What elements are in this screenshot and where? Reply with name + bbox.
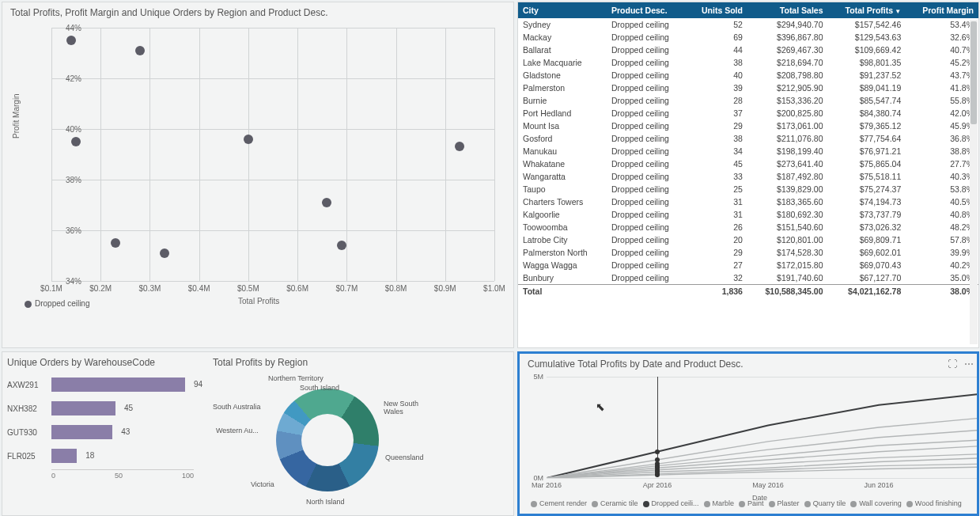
scrollbar[interactable] <box>970 20 978 344</box>
scatter-point[interactable] <box>337 241 346 250</box>
bar-value: 94 <box>194 378 202 392</box>
scatter-ylabel: Profit Margin <box>12 93 21 138</box>
line-legend-item[interactable]: Marble <box>704 499 735 507</box>
table-row[interactable]: GladstoneDropped ceiling40$208,798.80$91… <box>518 69 978 82</box>
bar-value: 18 <box>85 449 94 463</box>
line-title: Cumulative Total Profits by Date and Pro… <box>523 357 748 371</box>
x-tick: $0.3M <box>130 284 169 293</box>
scatter-title: Total Profits, Profit Margin and Unique … <box>2 2 513 20</box>
line-legend-item[interactable]: Wall covering <box>850 499 902 507</box>
table-row[interactable]: BurnieDropped ceiling28$153,336.20$85,54… <box>518 94 978 107</box>
table-row[interactable]: WangarattaDropped ceiling33$187,492.80$7… <box>518 170 978 183</box>
donut-label[interactable]: Western Au... <box>216 427 259 434</box>
y-tick: 38% <box>50 176 81 184</box>
bar[interactable]: 18 <box>51 449 77 463</box>
line-xtick: Mar 2016 <box>532 481 562 489</box>
x-tick: $0.8M <box>376 284 416 293</box>
scatter-point[interactable] <box>244 135 253 144</box>
bar-chart[interactable]: AXW29194NXH38245GUT93043FLR02518050100 <box>7 374 205 480</box>
table-row[interactable]: Latrobe CityDropped ceiling20$120,801.00… <box>518 233 978 246</box>
table-row[interactable]: Mount IsaDropped ceiling29$173,061.00$79… <box>518 120 978 132</box>
bar[interactable]: 43 <box>51 425 112 439</box>
bar-row[interactable]: AXW29194 <box>7 374 205 395</box>
donut-label[interactable]: South Island <box>300 384 339 392</box>
table-row[interactable]: ManukauDropped ceiling34$198,199.40$76,9… <box>518 145 978 157</box>
line-xlabel: Date <box>752 494 767 502</box>
bar-label: NXH382 <box>7 404 51 413</box>
bar-value: 45 <box>124 401 133 415</box>
scatter-legend[interactable]: Dropped ceiling <box>25 299 90 308</box>
scatter-point[interactable] <box>111 238 120 248</box>
table-row[interactable]: ToowoombaDropped ceiling26$151,540.60$73… <box>518 221 978 233</box>
line-toolbar: ⛶ ⋯ <box>943 359 974 370</box>
line-xtick: Apr 2016 <box>643 481 672 489</box>
table-header-row: CityProduct Desc.Units SoldTotal SalesTo… <box>518 2 978 18</box>
scatter-point[interactable] <box>66 36 76 45</box>
scatter-xlabel: Total Profits <box>238 297 279 305</box>
table-row[interactable]: SydneyDropped ceiling52$294,940.70$157,5… <box>518 18 978 31</box>
col-header[interactable]: Product Desc. <box>607 2 687 18</box>
x-tick: $0.4M <box>180 284 219 293</box>
x-tick: $0.1M <box>32 284 71 293</box>
table-row[interactable]: Port HedlandDropped ceiling37$200,825.80… <box>518 107 978 120</box>
table-row[interactable]: Wagga WaggaDropped ceiling27$172,015.80$… <box>518 259 978 271</box>
x-tick: $0.7M <box>327 284 366 293</box>
table-row[interactable]: KalgoorlieDropped ceiling31$180,692.30$7… <box>518 208 978 221</box>
scatter-point[interactable] <box>455 142 464 151</box>
line-legend-item[interactable]: Dropped ceili... <box>643 499 699 507</box>
table-row[interactable]: PalmerstonDropped ceiling39$212,905.90$8… <box>518 82 978 94</box>
col-header[interactable]: Total Profits <box>828 2 906 18</box>
data-table-card: CityProduct Desc.Units SoldTotal SalesTo… <box>517 2 979 348</box>
donut-label[interactable]: New South Wales <box>384 400 434 415</box>
scatter-point[interactable] <box>71 137 81 146</box>
line-legend-item[interactable]: Plaster <box>769 499 800 507</box>
col-header[interactable]: City <box>518 2 607 18</box>
line-legend-item[interactable]: Cement render <box>531 499 587 507</box>
bar-row[interactable]: GUT93043 <box>7 422 205 442</box>
scatter-point[interactable] <box>160 249 169 258</box>
table-row[interactable]: GosfordDropped ceiling38$211,076.80$77,7… <box>518 132 978 145</box>
table-row[interactable]: BunburyDropped ceiling32$191,740.60$67,1… <box>518 271 978 285</box>
donut-label[interactable]: Northern Territory <box>268 374 324 382</box>
more-options-icon[interactable]: ⋯ <box>964 359 974 370</box>
scatter-point[interactable] <box>322 198 331 207</box>
bar-label: AXW291 <box>7 381 51 389</box>
col-header[interactable]: Total Sales <box>747 2 828 18</box>
table-row[interactable]: BallaratDropped ceiling44$269,467.30$109… <box>518 44 978 56</box>
col-header[interactable]: Profit Margin <box>906 2 978 18</box>
y-tick: 42% <box>50 74 81 83</box>
col-header[interactable]: Units Sold <box>687 2 747 18</box>
table-row[interactable]: MackayDropped ceiling69$396,867.80$129,5… <box>518 31 978 44</box>
scatter-point[interactable] <box>135 46 145 55</box>
focus-mode-icon[interactable]: ⛶ <box>948 359 957 370</box>
donut-chart[interactable]: Northern Territory South Island New Sout… <box>213 374 434 509</box>
bar-row[interactable]: NXH38245 <box>7 398 205 419</box>
data-table: CityProduct Desc.Units SoldTotal SalesTo… <box>518 2 978 298</box>
line-legend-item[interactable]: Ceramic tile <box>592 499 638 507</box>
table-total-row: Total1,836$10,588,345.00$4,021,162.7838.… <box>518 285 978 298</box>
bar[interactable]: 94 <box>51 378 185 392</box>
bar-row[interactable]: FLR02518 <box>7 446 205 466</box>
table-row[interactable]: Charters TowersDropped ceiling31$183,365… <box>518 195 978 208</box>
table-row[interactable]: TaupoDropped ceiling25$139,829.00$75,274… <box>518 183 978 195</box>
bottom-left-card: Unique Orders by WarehouseCode AXW29194N… <box>2 351 514 516</box>
table-row[interactable]: WhakataneDropped ceiling45$273,641.40$75… <box>518 157 978 170</box>
bar-value: 43 <box>121 425 130 439</box>
donut-label[interactable]: South Australia <box>213 403 261 411</box>
line-legend-item[interactable]: Wood finishing <box>906 499 962 507</box>
y-tick: 44% <box>50 24 81 32</box>
donut-label[interactable]: Victoria <box>251 480 274 488</box>
bar-label: FLR025 <box>7 452 51 461</box>
scatter-plot[interactable]: 34%36%38%40%42%44% Profit Margin Total P… <box>17 20 507 313</box>
table-scroll[interactable]: CityProduct Desc.Units SoldTotal SalesTo… <box>518 2 978 347</box>
donut-label[interactable]: Queensland <box>385 453 424 461</box>
line-xtick: May 2016 <box>752 481 784 489</box>
scrollbar-thumb[interactable] <box>971 21 977 124</box>
table-row[interactable]: Palmerston NorthDropped ceiling29$174,52… <box>518 246 978 259</box>
line-plot[interactable]: ⬉ 0M5MMar 2016Apr 2016May 2016Jun 2016Da… <box>547 376 979 477</box>
bar[interactable]: 45 <box>51 401 115 415</box>
line-legend-item[interactable]: Quarry tile <box>804 499 846 507</box>
donut-label[interactable]: North Island <box>306 498 345 506</box>
line-legend: Cement renderCeramic tileDropped ceili..… <box>523 499 974 507</box>
table-row[interactable]: Lake MacquarieDropped ceiling38$218,694.… <box>518 56 978 69</box>
